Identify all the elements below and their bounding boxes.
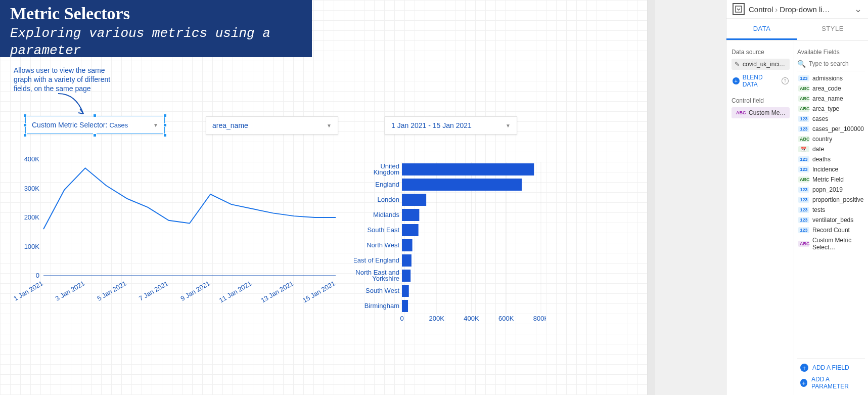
add-field-button[interactable]: + ADD A FIELD [799, 362, 863, 374]
field-search: 🔍 [797, 59, 865, 71]
add-field-label: ADD A FIELD [812, 364, 849, 371]
chevron-down-icon[interactable]: ⌄ [854, 4, 862, 15]
field-item[interactable]: ABCarea_type [797, 104, 865, 114]
metric-selector-label: Custom Metric Selector: [32, 121, 107, 129]
field-item[interactable]: ABCarea_name [797, 94, 865, 104]
field-type-badge: 123 [798, 126, 809, 132]
resize-handle[interactable] [163, 134, 167, 137]
resize-handle[interactable] [163, 114, 167, 117]
resize-handle[interactable] [93, 114, 97, 117]
svg-text:North West: North West [367, 241, 399, 249]
report-canvas[interactable]: Metric Selectors Exploring various metri… [0, 0, 648, 395]
field-item[interactable]: 123cases [797, 114, 865, 124]
field-name: country [812, 136, 832, 143]
svg-text:11 Jan 2021: 11 Jan 2021 [218, 280, 253, 304]
resize-handle[interactable] [163, 123, 167, 127]
page-title: Metric Selectors [10, 4, 302, 23]
breadcrumb-root[interactable]: Control [749, 5, 773, 14]
field-name: area_type [812, 105, 839, 112]
svg-text:1 Jan 2021: 1 Jan 2021 [13, 280, 44, 302]
resize-handle[interactable] [23, 114, 27, 117]
field-type-badge: 123 [798, 187, 809, 193]
svg-text:Yorkshire: Yorkshire [372, 275, 399, 282]
field-type-badge: 123 [798, 75, 809, 81]
svg-rect-31 [402, 209, 419, 221]
field-item[interactable]: 123proportion_positive [797, 195, 865, 205]
svg-rect-46 [736, 6, 742, 12]
field-item[interactable]: 123deaths [797, 154, 865, 164]
tab-style[interactable]: STYLE [797, 19, 868, 40]
field-type-badge: ABC [798, 136, 809, 142]
bar-chart[interactable]: 0200K400K600K800KUnitedKingdomEnglandLon… [354, 159, 546, 326]
plus-icon: + [800, 379, 807, 387]
blend-data-button[interactable]: + BLEND DATA ? [732, 72, 790, 90]
svg-text:London: London [378, 196, 399, 203]
date-range-dropdown[interactable]: 1 Jan 2021 - 15 Jan 2021 ▼ [385, 116, 517, 135]
field-item[interactable]: 123ventilator_beds [797, 215, 865, 225]
data-source-chip[interactable]: ✎ covid_uk_incidence [732, 59, 790, 70]
page-subtitle: Exploring various metrics using a parame… [10, 25, 302, 60]
field-item[interactable]: 123Record Count [797, 225, 865, 235]
field-name: popn_2019 [812, 186, 843, 193]
field-item[interactable]: 123admissions [797, 73, 865, 83]
field-item[interactable]: 📅date [797, 144, 865, 154]
field-name: Record Count [812, 227, 850, 234]
arrow-icon [56, 91, 96, 116]
field-item[interactable]: ABCcountry [797, 134, 865, 144]
field-item[interactable]: ABCCustom Metric Select… [797, 235, 865, 252]
field-name: cases [812, 115, 828, 122]
field-type-badge: ABC [798, 96, 809, 102]
svg-rect-39 [402, 270, 410, 282]
field-name: Metric Field [812, 176, 844, 183]
field-name: ventilator_beds [812, 216, 853, 224]
breadcrumb: Control›Drop-down li… [749, 5, 850, 14]
resize-handle[interactable] [93, 134, 97, 137]
svg-text:300K: 300K [24, 185, 40, 192]
svg-text:13 Jan 2021: 13 Jan 2021 [259, 280, 294, 304]
area-dropdown[interactable]: area_name ▼ [206, 116, 338, 135]
data-source-label: Data source [732, 49, 790, 56]
field-name: date [812, 146, 824, 153]
svg-text:Midlands: Midlands [373, 211, 400, 218]
field-type-badge: ABC [798, 177, 809, 183]
svg-text:3 Jan 2021: 3 Jan 2021 [54, 280, 86, 302]
field-item[interactable]: ABCMetric Field [797, 174, 865, 185]
scrollbar-vertical[interactable] [648, 0, 655, 395]
field-type-badge: 📅 [798, 146, 809, 152]
field-type-badge: 123 [798, 197, 809, 203]
metric-selector-value: Cases [109, 121, 128, 129]
properties-panel: Control›Drop-down li… ⌄ DATA STYLE Data … [726, 0, 868, 395]
field-type-badge: 123 [798, 166, 809, 172]
add-parameter-label: ADD A PARAMETER [811, 376, 862, 390]
svg-text:Kingdom: Kingdom [374, 168, 399, 176]
metric-selector-dropdown[interactable]: Custom Metric Selector: Cases ▼ [25, 116, 165, 134]
field-item[interactable]: 123Incidence [797, 164, 865, 174]
field-name: Custom Metric Select… [812, 237, 864, 251]
available-fields-label: Available Fields [797, 49, 865, 56]
line-chart[interactable]: 0100K200K300K400K1 Jan 20213 Jan 20215 J… [13, 154, 341, 316]
field-item[interactable]: 123tests [797, 205, 865, 215]
field-name: cases_per_100000 [812, 125, 864, 133]
svg-text:800K: 800K [533, 315, 546, 322]
field-type-badge: 123 [798, 156, 809, 162]
field-item[interactable]: ABCarea_code [797, 83, 865, 94]
field-type-badge: 123 [798, 116, 809, 122]
resize-handle[interactable] [23, 123, 27, 127]
field-name: tests [812, 206, 825, 213]
breadcrumb-current: Drop-down li… [780, 5, 830, 14]
tab-data[interactable]: DATA [726, 19, 797, 40]
add-parameter-button[interactable]: + ADD A PARAMETER [799, 374, 863, 392]
field-item[interactable]: 123cases_per_100000 [797, 124, 865, 134]
control-field-chip[interactable]: ABC Custom Metric Select… [732, 107, 790, 118]
field-search-input[interactable] [809, 60, 865, 67]
field-item[interactable]: 123popn_2019 [797, 185, 865, 195]
title-block: Metric Selectors Exploring various metri… [0, 0, 312, 57]
annotation-text: Allows user to view the same graph with … [14, 66, 125, 94]
help-icon[interactable]: ? [782, 77, 789, 84]
svg-text:100K: 100K [24, 243, 40, 250]
resize-handle[interactable] [23, 134, 27, 137]
field-name: area_code [812, 85, 841, 92]
svg-rect-29 [402, 194, 426, 206]
svg-rect-44 [402, 300, 408, 312]
svg-text:5 Jan 2021: 5 Jan 2021 [96, 280, 127, 302]
